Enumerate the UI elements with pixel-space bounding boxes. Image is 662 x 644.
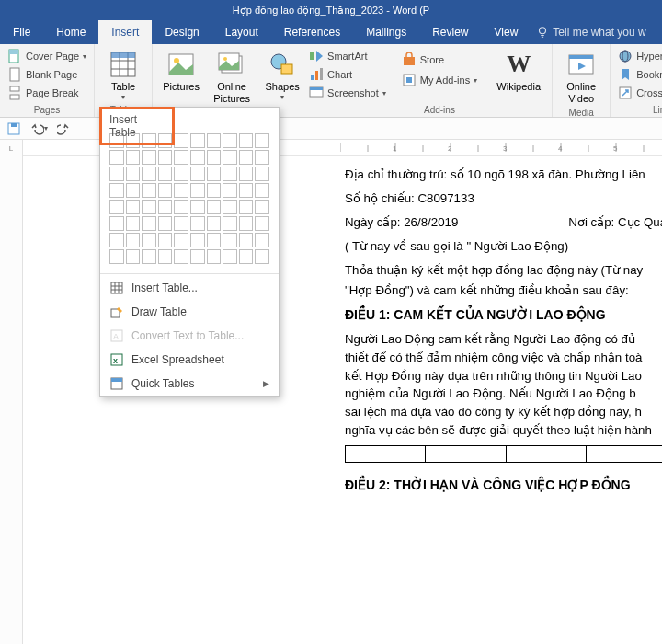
grid-cell[interactable] xyxy=(190,150,205,165)
blank-page-button[interactable]: Blank Page xyxy=(7,66,77,83)
grid-cell[interactable] xyxy=(255,133,269,148)
grid-cell[interactable] xyxy=(126,150,141,165)
grid-cell[interactable] xyxy=(207,216,222,231)
grid-cell[interactable] xyxy=(207,167,222,181)
grid-cell[interactable] xyxy=(255,233,269,247)
grid-cell[interactable] xyxy=(239,200,254,214)
grid-cell[interactable] xyxy=(174,150,188,165)
my-addins-button[interactable]: My Add-ins▾ xyxy=(402,72,477,88)
cross-reference-button[interactable]: Cross-reference xyxy=(618,85,662,101)
grid-cell[interactable] xyxy=(190,183,205,198)
grid-cell[interactable] xyxy=(207,150,222,165)
insert-table-item[interactable]: Insert Table... xyxy=(100,276,279,300)
grid-cell[interactable] xyxy=(126,200,141,214)
grid-cell[interactable] xyxy=(109,200,124,214)
grid-cell[interactable] xyxy=(158,249,173,264)
shapes-button[interactable]: Shapes▾ xyxy=(261,48,303,103)
grid-cell[interactable] xyxy=(255,200,269,214)
table-grid-picker[interactable] xyxy=(100,128,279,271)
grid-cell[interactable] xyxy=(109,249,124,264)
grid-cell[interactable] xyxy=(190,133,205,148)
grid-cell[interactable] xyxy=(223,183,237,198)
store-button[interactable]: Store xyxy=(402,52,444,68)
tab-view[interactable]: View xyxy=(482,20,531,44)
tab-insert[interactable]: Insert xyxy=(98,20,152,44)
grid-cell[interactable] xyxy=(158,150,173,165)
grid-cell[interactable] xyxy=(207,183,222,198)
online-pictures-button[interactable]: Online Pictures xyxy=(208,48,256,106)
wikipedia-button[interactable]: WWikipedia xyxy=(493,48,544,95)
grid-cell[interactable] xyxy=(109,216,124,231)
grid-cell[interactable] xyxy=(239,167,254,181)
tell-me[interactable]: Tell me what you w xyxy=(536,20,645,44)
grid-cell[interactable] xyxy=(126,233,141,247)
pictures-button[interactable]: Pictures xyxy=(160,48,202,95)
tab-mailings[interactable]: Mailings xyxy=(353,20,419,44)
grid-cell[interactable] xyxy=(255,249,269,264)
smartart-button[interactable]: SmartArt xyxy=(309,48,386,64)
tab-home[interactable]: Home xyxy=(43,20,98,44)
grid-cell[interactable] xyxy=(255,150,269,165)
excel-spreadsheet-item[interactable]: xExcel Spreadsheet xyxy=(100,348,279,372)
grid-cell[interactable] xyxy=(109,167,124,181)
grid-cell[interactable] xyxy=(255,167,269,181)
hyperlink-button[interactable]: Hyperlink xyxy=(618,48,662,64)
grid-cell[interactable] xyxy=(207,200,222,214)
grid-cell[interactable] xyxy=(255,216,269,231)
draw-table-item[interactable]: Draw Table xyxy=(100,300,279,324)
grid-cell[interactable] xyxy=(142,183,156,198)
chart-button[interactable]: Chart xyxy=(309,66,386,83)
grid-cell[interactable] xyxy=(239,133,254,148)
tab-review[interactable]: Review xyxy=(419,20,481,44)
online-video-button[interactable]: Online Video xyxy=(560,48,602,106)
tab-layout[interactable]: Layout xyxy=(212,20,271,44)
grid-cell[interactable] xyxy=(239,249,254,264)
grid-cell[interactable] xyxy=(126,183,141,198)
vertical-ruler[interactable] xyxy=(0,156,23,644)
tab-references[interactable]: References xyxy=(271,20,353,44)
grid-cell[interactable] xyxy=(174,200,188,214)
grid-cell[interactable] xyxy=(142,249,156,264)
grid-cell[interactable] xyxy=(174,183,188,198)
grid-cell[interactable] xyxy=(158,183,173,198)
grid-cell[interactable] xyxy=(142,233,156,247)
tab-file[interactable]: File xyxy=(0,20,43,44)
grid-cell[interactable] xyxy=(239,183,254,198)
grid-cell[interactable] xyxy=(223,216,237,231)
grid-cell[interactable] xyxy=(158,200,173,214)
bookmark-button[interactable]: Bookmark xyxy=(618,66,662,83)
undo-icon[interactable]: ▾ xyxy=(29,122,48,135)
grid-cell[interactable] xyxy=(126,216,141,231)
grid-cell[interactable] xyxy=(190,233,205,247)
grid-cell[interactable] xyxy=(142,167,156,181)
grid-cell[interactable] xyxy=(207,233,222,247)
grid-cell[interactable] xyxy=(142,200,156,214)
grid-cell[interactable] xyxy=(158,216,173,231)
grid-cell[interactable] xyxy=(109,233,124,247)
grid-cell[interactable] xyxy=(158,167,173,181)
grid-cell[interactable] xyxy=(158,233,173,247)
grid-cell[interactable] xyxy=(142,150,156,165)
grid-cell[interactable] xyxy=(223,133,237,148)
grid-cell[interactable] xyxy=(239,150,254,165)
grid-cell[interactable] xyxy=(174,133,188,148)
page-break-button[interactable]: Page Break xyxy=(7,85,78,101)
grid-cell[interactable] xyxy=(223,150,237,165)
grid-cell[interactable] xyxy=(239,233,254,247)
grid-cell[interactable] xyxy=(255,183,269,198)
grid-cell[interactable] xyxy=(174,216,188,231)
grid-cell[interactable] xyxy=(126,167,141,181)
grid-cell[interactable] xyxy=(207,249,222,264)
grid-cell[interactable] xyxy=(174,249,188,264)
grid-cell[interactable] xyxy=(223,167,237,181)
grid-cell[interactable] xyxy=(109,183,124,198)
document-page[interactable]: Địa chỉ thường trú: số 10 ngõ 198 xã đàn… xyxy=(276,156,662,500)
cover-page-button[interactable]: Cover Page▾ xyxy=(7,48,86,64)
grid-cell[interactable] xyxy=(142,216,156,231)
grid-cell[interactable] xyxy=(223,249,237,264)
grid-cell[interactable] xyxy=(190,216,205,231)
grid-cell[interactable] xyxy=(207,133,222,148)
quick-tables-item[interactable]: Quick Tables▶ xyxy=(100,372,279,396)
grid-cell[interactable] xyxy=(174,233,188,247)
screenshot-button[interactable]: Screenshot▾ xyxy=(309,85,386,101)
